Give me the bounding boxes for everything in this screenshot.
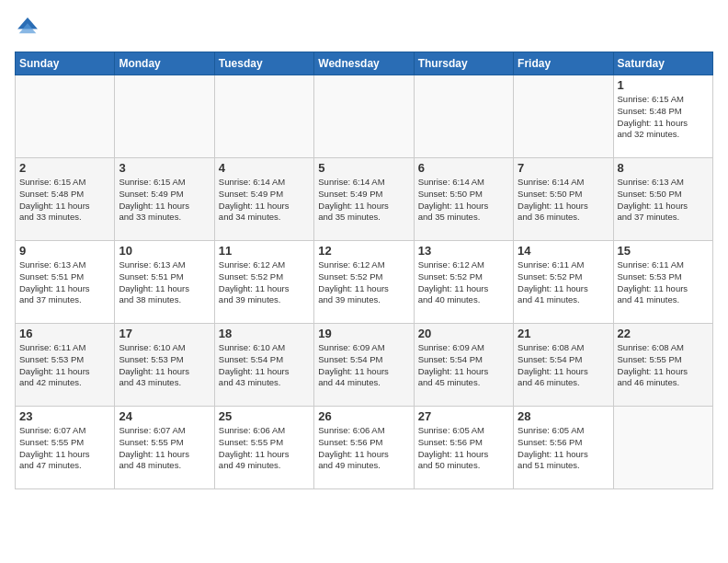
calendar-cell: 1Sunrise: 6:15 AM Sunset: 5:48 PM Daylig… xyxy=(613,75,712,158)
header-day-saturday: Saturday xyxy=(613,52,712,75)
calendar-cell xyxy=(214,75,313,158)
cell-info: Sunrise: 6:10 AM Sunset: 5:54 PM Dayligh… xyxy=(219,342,310,389)
calendar-cell: 9Sunrise: 6:13 AM Sunset: 5:51 PM Daylig… xyxy=(16,241,115,324)
day-number: 17 xyxy=(119,327,210,340)
day-number: 28 xyxy=(518,409,609,423)
calendar-cell: 24Sunrise: 6:07 AM Sunset: 5:55 PM Dayli… xyxy=(115,407,214,489)
cell-info: Sunrise: 6:14 AM Sunset: 5:50 PM Dayligh… xyxy=(418,177,509,224)
calendar-cell: 19Sunrise: 6:09 AM Sunset: 5:54 PM Dayli… xyxy=(314,324,414,407)
cell-info: Sunrise: 6:06 AM Sunset: 5:56 PM Dayligh… xyxy=(318,425,409,472)
calendar-cell xyxy=(314,75,414,158)
day-number: 4 xyxy=(219,161,310,175)
calendar-cell: 16Sunrise: 6:11 AM Sunset: 5:53 PM Dayli… xyxy=(16,324,115,407)
logo-icon xyxy=(15,15,40,40)
day-number: 22 xyxy=(618,327,709,340)
calendar-cell: 26Sunrise: 6:06 AM Sunset: 5:56 PM Dayli… xyxy=(314,407,414,489)
calendar-cell: 15Sunrise: 6:11 AM Sunset: 5:53 PM Dayli… xyxy=(613,241,712,324)
cell-info: Sunrise: 6:11 AM Sunset: 5:52 PM Dayligh… xyxy=(518,259,609,306)
day-number: 26 xyxy=(318,409,409,423)
cell-info: Sunrise: 6:07 AM Sunset: 5:55 PM Dayligh… xyxy=(19,425,110,472)
day-number: 23 xyxy=(19,409,110,423)
day-number: 19 xyxy=(318,327,409,340)
cell-info: Sunrise: 6:15 AM Sunset: 5:48 PM Dayligh… xyxy=(19,177,110,224)
day-number: 1 xyxy=(618,78,709,92)
cell-info: Sunrise: 6:05 AM Sunset: 5:56 PM Dayligh… xyxy=(518,425,609,472)
day-number: 16 xyxy=(19,327,110,340)
calendar-cell: 18Sunrise: 6:10 AM Sunset: 5:54 PM Dayli… xyxy=(214,324,313,407)
cell-info: Sunrise: 6:10 AM Sunset: 5:53 PM Dayligh… xyxy=(119,342,210,389)
header-day-monday: Monday xyxy=(115,52,214,75)
day-number: 8 xyxy=(618,161,709,175)
week-row-1: 1Sunrise: 6:15 AM Sunset: 5:48 PM Daylig… xyxy=(16,75,713,158)
calendar-cell xyxy=(115,75,214,158)
week-row-2: 2Sunrise: 6:15 AM Sunset: 5:48 PM Daylig… xyxy=(16,158,713,241)
cell-info: Sunrise: 6:07 AM Sunset: 5:55 PM Dayligh… xyxy=(119,425,210,472)
calendar-cell: 3Sunrise: 6:15 AM Sunset: 5:49 PM Daylig… xyxy=(115,158,214,241)
calendar-cell: 12Sunrise: 6:12 AM Sunset: 5:52 PM Dayli… xyxy=(314,241,414,324)
calendar-cell: 5Sunrise: 6:14 AM Sunset: 5:49 PM Daylig… xyxy=(314,158,414,241)
header-day-tuesday: Tuesday xyxy=(214,52,313,75)
header-day-thursday: Thursday xyxy=(414,52,513,75)
header-row: SundayMondayTuesdayWednesdayThursdayFrid… xyxy=(16,52,713,75)
day-number: 9 xyxy=(19,244,110,258)
cell-info: Sunrise: 6:15 AM Sunset: 5:49 PM Dayligh… xyxy=(119,177,210,224)
calendar-cell xyxy=(414,75,513,158)
calendar-cell xyxy=(514,75,613,158)
logo xyxy=(15,15,44,40)
cell-info: Sunrise: 6:11 AM Sunset: 5:53 PM Dayligh… xyxy=(618,259,709,306)
day-number: 12 xyxy=(318,244,409,258)
day-number: 14 xyxy=(518,244,609,258)
cell-info: Sunrise: 6:15 AM Sunset: 5:48 PM Dayligh… xyxy=(618,94,709,141)
calendar-cell: 8Sunrise: 6:13 AM Sunset: 5:50 PM Daylig… xyxy=(613,158,712,241)
cell-info: Sunrise: 6:13 AM Sunset: 5:51 PM Dayligh… xyxy=(119,259,210,306)
cell-info: Sunrise: 6:13 AM Sunset: 5:50 PM Dayligh… xyxy=(618,177,709,224)
calendar-cell: 27Sunrise: 6:05 AM Sunset: 5:56 PM Dayli… xyxy=(414,407,513,489)
day-number: 24 xyxy=(119,409,210,423)
day-number: 25 xyxy=(219,409,310,423)
calendar-cell xyxy=(16,75,115,158)
calendar-cell: 4Sunrise: 6:14 AM Sunset: 5:49 PM Daylig… xyxy=(214,158,313,241)
calendar-cell: 14Sunrise: 6:11 AM Sunset: 5:52 PM Dayli… xyxy=(514,241,613,324)
day-number: 6 xyxy=(418,161,509,175)
calendar-cell: 11Sunrise: 6:12 AM Sunset: 5:52 PM Dayli… xyxy=(214,241,313,324)
cell-info: Sunrise: 6:14 AM Sunset: 5:49 PM Dayligh… xyxy=(318,177,409,224)
day-number: 2 xyxy=(19,161,110,175)
calendar-header: SundayMondayTuesdayWednesdayThursdayFrid… xyxy=(16,52,713,75)
calendar-cell: 6Sunrise: 6:14 AM Sunset: 5:50 PM Daylig… xyxy=(414,158,513,241)
header-day-wednesday: Wednesday xyxy=(314,52,414,75)
calendar-cell: 28Sunrise: 6:05 AM Sunset: 5:56 PM Dayli… xyxy=(514,407,613,489)
cell-info: Sunrise: 6:12 AM Sunset: 5:52 PM Dayligh… xyxy=(418,259,509,306)
cell-info: Sunrise: 6:08 AM Sunset: 5:55 PM Dayligh… xyxy=(618,342,709,389)
calendar-cell: 22Sunrise: 6:08 AM Sunset: 5:55 PM Dayli… xyxy=(613,324,712,407)
cell-info: Sunrise: 6:12 AM Sunset: 5:52 PM Dayligh… xyxy=(318,259,409,306)
cell-info: Sunrise: 6:08 AM Sunset: 5:54 PM Dayligh… xyxy=(518,342,609,389)
calendar-cell: 13Sunrise: 6:12 AM Sunset: 5:52 PM Dayli… xyxy=(414,241,513,324)
week-row-4: 16Sunrise: 6:11 AM Sunset: 5:53 PM Dayli… xyxy=(16,324,713,407)
calendar-cell: 7Sunrise: 6:14 AM Sunset: 5:50 PM Daylig… xyxy=(514,158,613,241)
header-day-sunday: Sunday xyxy=(16,52,115,75)
calendar-cell: 20Sunrise: 6:09 AM Sunset: 5:54 PM Dayli… xyxy=(414,324,513,407)
day-number: 20 xyxy=(418,327,509,340)
cell-info: Sunrise: 6:14 AM Sunset: 5:50 PM Dayligh… xyxy=(518,177,609,224)
cell-info: Sunrise: 6:14 AM Sunset: 5:49 PM Dayligh… xyxy=(219,177,310,224)
cell-info: Sunrise: 6:06 AM Sunset: 5:55 PM Dayligh… xyxy=(219,425,310,472)
day-number: 3 xyxy=(119,161,210,175)
calendar-cell: 23Sunrise: 6:07 AM Sunset: 5:55 PM Dayli… xyxy=(16,407,115,489)
day-number: 15 xyxy=(618,244,709,258)
day-number: 10 xyxy=(119,244,210,258)
day-number: 18 xyxy=(219,327,310,340)
day-number: 13 xyxy=(418,244,509,258)
calendar-cell: 21Sunrise: 6:08 AM Sunset: 5:54 PM Dayli… xyxy=(514,324,613,407)
day-number: 5 xyxy=(318,161,409,175)
calendar-cell xyxy=(613,407,712,489)
cell-info: Sunrise: 6:09 AM Sunset: 5:54 PM Dayligh… xyxy=(418,342,509,389)
cell-info: Sunrise: 6:13 AM Sunset: 5:51 PM Dayligh… xyxy=(19,259,110,306)
cell-info: Sunrise: 6:05 AM Sunset: 5:56 PM Dayligh… xyxy=(418,425,509,472)
calendar-cell: 10Sunrise: 6:13 AM Sunset: 5:51 PM Dayli… xyxy=(115,241,214,324)
calendar-body: 1Sunrise: 6:15 AM Sunset: 5:48 PM Daylig… xyxy=(16,75,713,489)
page-header xyxy=(15,15,713,40)
day-number: 7 xyxy=(518,161,609,175)
cell-info: Sunrise: 6:09 AM Sunset: 5:54 PM Dayligh… xyxy=(318,342,409,389)
week-row-3: 9Sunrise: 6:13 AM Sunset: 5:51 PM Daylig… xyxy=(16,241,713,324)
day-number: 27 xyxy=(418,409,509,423)
